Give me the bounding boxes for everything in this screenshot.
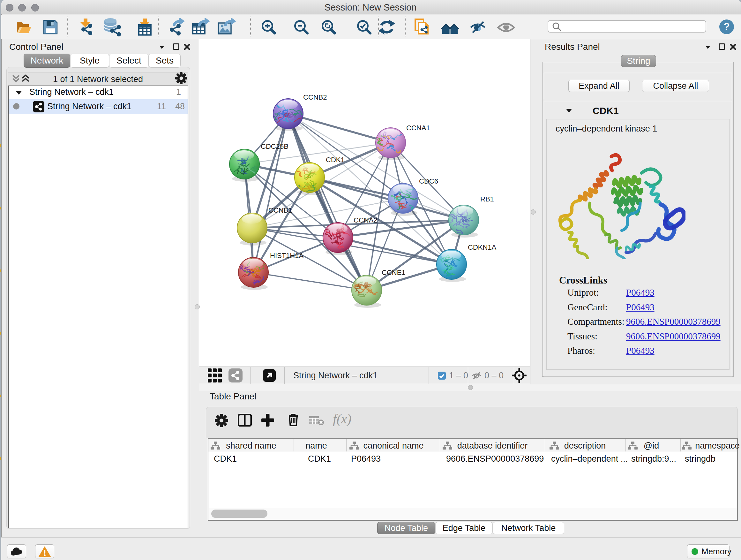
svg-text:RB1: RB1 [480,195,494,203]
svg-text:CCNE1: CCNE1 [382,268,406,276]
svg-text:CCNB1: CCNB1 [268,206,292,214]
svg-text:CDKN1A: CDKN1A [468,243,496,251]
svg-text:CCNA1: CCNA1 [406,124,430,132]
svg-text:CCNA2: CCNA2 [354,216,378,224]
svg-text:CDK1: CDK1 [326,156,345,164]
svg-text:CDC25B: CDC25B [261,142,288,150]
svg-text:HIST1H1A: HIST1H1A [270,252,304,260]
svg-text:CCNB2: CCNB2 [303,93,327,101]
svg-text:CDC6: CDC6 [419,177,438,185]
svg-text:?: ? [724,21,730,32]
